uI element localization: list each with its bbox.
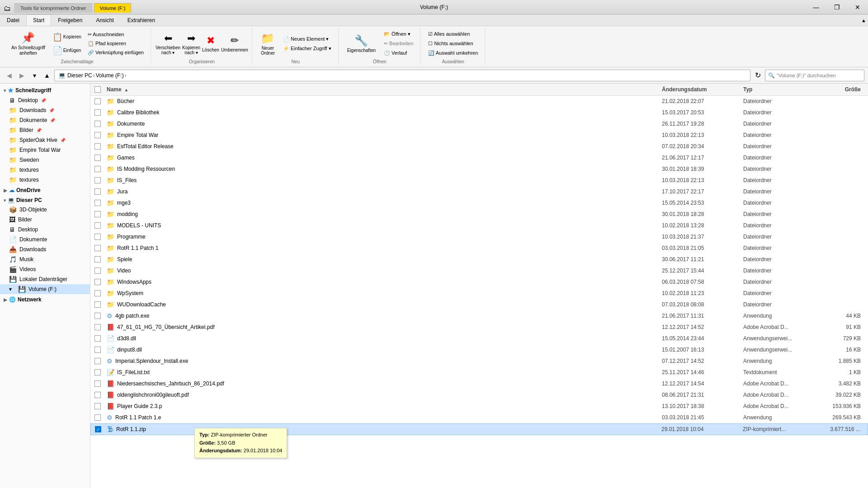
table-row[interactable]: 📕 Niedersaechsisches_Jahrbuch_86_2014.pd…	[90, 378, 868, 389]
rename-button[interactable]: ✏ Umbenennen	[221, 35, 248, 52]
table-row[interactable]: 📁 Video 25.12.2017 15:44 Dateiordner	[90, 265, 868, 277]
row-checkbox[interactable]	[90, 177, 105, 183]
table-row[interactable]: 📄 d3d8.dll 15.05.2014 23:44 Anwendungser…	[90, 333, 868, 344]
table-row[interactable]: 📁 Jura 17.10.2017 22:17 Dateiordner	[90, 186, 868, 197]
table-row[interactable]: 📕 oldenglishchroni00gileuoft.pdf 08.06.2…	[90, 389, 868, 401]
table-row[interactable]: 📁 Spiele 30.06.2017 11:21 Dateiordner	[90, 254, 868, 265]
file-checkbox[interactable]: ✓	[95, 426, 101, 432]
refresh-button[interactable]: ↻	[752, 70, 763, 81]
row-checkbox[interactable]	[90, 188, 105, 195]
row-checkbox[interactable]	[90, 200, 105, 206]
sidebar-item-musik[interactable]: 🎵 Musik	[0, 254, 90, 264]
table-row[interactable]: 📁 modding 30.01.2018 18:28 Dateiordner	[90, 209, 868, 220]
file-checkbox[interactable]	[94, 290, 101, 296]
open-button[interactable]: 📂 Öffnen ▾	[381, 30, 416, 38]
file-checkbox[interactable]	[94, 177, 101, 183]
file-checkbox[interactable]	[94, 380, 101, 387]
properties-button[interactable]: 🔧 Eigenschaften	[343, 32, 380, 55]
sidebar-item-textures1[interactable]: 📁 textures	[0, 165, 90, 175]
file-checkbox[interactable]	[94, 188, 101, 195]
sidebar-header-onedrive[interactable]: ▶ ☁ OneDrive	[0, 186, 90, 195]
table-row[interactable]: 📁 Dokumente 26.11.2017 19:28 Dateiordner	[90, 118, 868, 130]
sidebar-item-volume-f[interactable]: ▾ 💾 Volume (F:)	[0, 284, 90, 294]
sidebar-item-lokaler[interactable]: 💾 Lokaler Datenträger	[0, 274, 90, 284]
file-checkbox[interactable]	[94, 256, 101, 263]
sidebar-item-empire[interactable]: 📁 Empire Total War	[0, 145, 90, 155]
table-row[interactable]: 📁 EsfTotal Editor Release 07.02.2018 20:…	[90, 141, 868, 152]
edit-button[interactable]: ✏ Bearbeiten	[381, 39, 416, 48]
table-row[interactable]: ⚙ RotR 1.1 Patch 1.e 03.03.2018 21:45 An…	[90, 412, 868, 423]
table-row[interactable]: 📁 WUDownloadCache 07.03.2018 08:08 Datei…	[90, 299, 868, 310]
paste-button[interactable]: 📄 Einfügen	[50, 44, 84, 57]
new-folder-button[interactable]: 📁 NeuerOrdner	[257, 30, 279, 58]
sidebar-item-bilder-pc[interactable]: 🖼 Bilder	[0, 215, 90, 225]
table-row[interactable]: 📁 IS Modding Ressourcen 30.01.2018 18:39…	[90, 164, 868, 175]
history-button[interactable]: 🕐 Verlauf	[381, 49, 416, 57]
delete-button[interactable]: ✖ Löschen	[202, 35, 219, 52]
table-row[interactable]: ⚙ 4gb patch.exe 21.06.2017 11:31 Anwendu…	[90, 310, 868, 322]
row-checkbox[interactable]	[90, 132, 105, 138]
row-checkbox[interactable]	[90, 358, 105, 364]
invert-selection-button[interactable]: 🔄 Auswahl umkehren	[425, 49, 481, 57]
pin-button[interactable]: 📌 An Schnellzugriffanheften	[7, 29, 49, 58]
forward-button[interactable]: ▶	[16, 70, 27, 81]
file-checkbox[interactable]	[94, 414, 101, 421]
row-checkbox[interactable]	[90, 380, 105, 387]
file-checkbox[interactable]	[94, 301, 101, 308]
row-checkbox[interactable]	[90, 313, 105, 319]
copyto-button[interactable]: ➡ Kopierennach ▾	[182, 33, 200, 55]
header-checkbox-col[interactable]	[90, 86, 105, 93]
copy-path-button[interactable]: 📋 Pfad kopieren	[85, 39, 147, 48]
tab-freigeben[interactable]: Freigeben	[51, 14, 89, 26]
table-row[interactable]: 📁 RotR 1.1 Patch 1 03.03.2018 21:05 Date…	[90, 243, 868, 254]
row-checkbox[interactable]	[90, 414, 105, 421]
file-checkbox[interactable]	[94, 324, 101, 330]
sidebar-item-downloads-pc[interactable]: 📥 Downloads	[0, 244, 90, 254]
close-button[interactable]: ✕	[847, 0, 868, 14]
copy-button[interactable]: 📋 Kopieren	[50, 31, 84, 43]
header-date-col[interactable]: Änderungsdatum	[660, 85, 741, 94]
file-checkbox[interactable]	[94, 109, 101, 116]
file-checkbox[interactable]	[94, 211, 101, 217]
row-checkbox[interactable]	[90, 109, 105, 116]
row-checkbox[interactable]	[90, 301, 105, 308]
paste-shortcut-button[interactable]: 🔗 Verknüpfung einfügen	[85, 48, 147, 57]
sidebar-item-desktop[interactable]: 🖥 Desktop 📌	[0, 95, 90, 105]
file-checkbox[interactable]	[94, 121, 101, 127]
sidebar-header-quickaccess[interactable]: ▾ ★ Schnellzugriff	[0, 85, 90, 95]
select-all-button[interactable]: ☑ Alles auswählen	[425, 30, 481, 38]
file-checkbox[interactable]	[94, 200, 101, 206]
back-button[interactable]: ◀	[4, 70, 14, 81]
table-row[interactable]: 📁 Programme 10.03.2018 21:37 Dateiordner	[90, 231, 868, 243]
move-button[interactable]: ⬅ Verschiebennach ▾	[156, 33, 180, 55]
up-button[interactable]: ▲	[42, 70, 52, 81]
new-element-button[interactable]: 📄 Neues Element ▾	[280, 35, 335, 43]
tab-volume[interactable]: Volume (F:)	[94, 3, 132, 13]
row-checkbox[interactable]	[90, 155, 105, 161]
file-checkbox[interactable]	[94, 155, 101, 161]
search-box[interactable]: 🔍	[765, 70, 864, 81]
row-checkbox[interactable]	[90, 347, 105, 353]
address-box[interactable]: 💻 Dieser PC › Volume (F:) ›	[54, 70, 750, 81]
file-checkbox[interactable]	[94, 234, 101, 240]
table-row[interactable]: 📁 Calibre Bibliothek 15.03.2017 20:53 Da…	[90, 107, 868, 118]
file-checkbox[interactable]	[94, 245, 101, 251]
file-checkbox[interactable]	[94, 132, 101, 138]
sidebar-header-network[interactable]: ▶ 🌐 Netzwerk	[0, 295, 90, 304]
table-row[interactable]: 📁 IS_Files 10.03.2018 22:13 Dateiordner	[90, 175, 868, 186]
row-checkbox[interactable]	[90, 279, 105, 285]
file-checkbox[interactable]	[94, 358, 101, 364]
header-name-col[interactable]: Name ▲	[105, 85, 660, 94]
file-checkbox[interactable]	[94, 347, 101, 353]
sidebar-item-sweden[interactable]: 📁 Sweden	[0, 155, 90, 165]
table-row[interactable]: 📁 mge3 15.05.2014 23:53 Dateiordner	[90, 197, 868, 209]
tab-start[interactable]: Start	[26, 14, 51, 26]
tab-ansicht[interactable]: Ansicht	[89, 14, 120, 26]
row-checkbox[interactable]	[90, 403, 105, 409]
row-checkbox[interactable]	[90, 256, 105, 263]
file-checkbox[interactable]	[94, 267, 101, 274]
sidebar-header-thispc[interactable]: ▾ 💻 Dieser PC	[0, 196, 90, 205]
row-checkbox[interactable]	[90, 245, 105, 251]
search-input[interactable]	[777, 73, 861, 78]
header-type-col[interactable]: Typ	[741, 85, 814, 94]
